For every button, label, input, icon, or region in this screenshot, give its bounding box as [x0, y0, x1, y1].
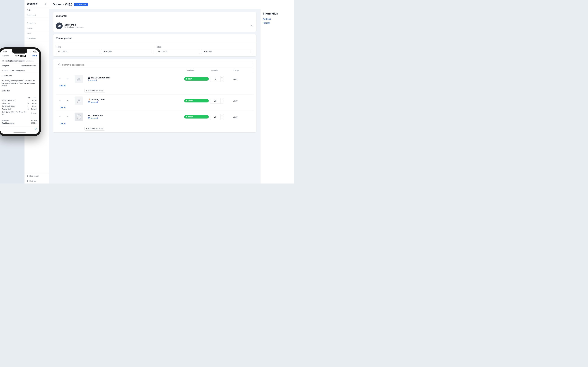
sidebar-strip-dashboard[interactable]: Dashboard [25, 13, 49, 18]
products-card: Available Quantity Charge [53, 59, 257, 133]
availability-badge-3: 80 left [184, 115, 209, 118]
customer-email: blake@company.com [64, 26, 83, 28]
products-card-body: Available Quantity Charge [53, 59, 257, 133]
product-row-main-2: ▾ [58, 95, 251, 110]
product-name-1: 🏕 10x10 Canopy Tent [88, 76, 183, 79]
info-panel-title: Information [263, 12, 292, 15]
info-link-project[interactable]: Project [263, 22, 292, 24]
product-row-extra-3: + Specify stock items [58, 127, 251, 133]
product-name-3: 🍽 China Plate [88, 114, 183, 117]
qty-control-3: 20 + − [210, 114, 224, 120]
drag-handle-3[interactable] [58, 115, 66, 118]
remove-customer-btn[interactable]: ✕ [250, 24, 253, 28]
qty-increment-1[interactable]: + [221, 76, 224, 79]
wifi-icon: ⌾ [33, 51, 34, 52]
breadcrumb-root[interactable]: Orders [53, 3, 62, 6]
rental-period-body: Pickup 12 - 09- 24 10:30 AM ▾ [53, 42, 257, 56]
phone-overlay-area: booqable ❮ Order Dashboard Customers In-… [0, 0, 49, 184]
logo-text: booqable [27, 2, 37, 5]
phone-screen: 10:46 ▐▐▐ ⌾ 29 Cancel New email Send [0, 49, 39, 134]
customer-card: Customer BM Blake Mills blake@company.co… [53, 12, 257, 32]
attachment-icon[interactable]: 📎 [34, 127, 37, 130]
email-cancel-btn[interactable]: Cancel [2, 55, 9, 57]
qty-decrement-2[interactable]: − [221, 101, 224, 104]
customer-card-body: BM Blake Mills blake@company.com ✕ [53, 20, 257, 32]
qty-increment-2[interactable]: + [221, 98, 224, 101]
drag-handle-2[interactable] [58, 99, 66, 102]
product-row-main-1: ▾ 🏕 [58, 73, 251, 89]
avail-dot-1 [186, 78, 187, 80]
phone-notch [12, 49, 27, 53]
product-thumb-1 [75, 75, 83, 83]
qty-btns-1: + − [220, 76, 224, 82]
chevron-down-icon-2: ▾ [251, 51, 251, 52]
customer-name: Blake Mills [64, 23, 83, 26]
pickup-date-input[interactable]: 12 - 09- 24 [56, 49, 100, 54]
availability-badge-2: 10 left [184, 99, 209, 102]
return-date-row: 13 - 09- 24 10:30 AM ▾ [156, 49, 253, 54]
info-link-address[interactable]: Address [263, 18, 292, 20]
email-body[interactable]: Hi Blake Mills, We hereby confirm your o… [0, 73, 39, 126]
product-name-area-2: 🪑 Folding Chair 20 reserved [88, 98, 183, 103]
col-charge: Charge [233, 69, 251, 71]
qty-value-3: 20 [210, 115, 220, 119]
col-available: Available [187, 69, 211, 71]
return-time-select[interactable]: 10:30 AM ▾ [201, 49, 253, 54]
avail-dot-2 [186, 100, 187, 101]
product-thumb-3 [75, 113, 83, 121]
specify-stock-btn-1[interactable]: + Specify stock items [84, 89, 105, 93]
search-icon [58, 63, 61, 66]
sidebar-strip-customers[interactable]: Customers [25, 21, 49, 26]
subject-value: Order confirmation [10, 69, 25, 72]
template-value-row[interactable]: Order confirmation › [21, 65, 37, 67]
sidebar-strip-order[interactable]: Order [25, 8, 49, 13]
email-additional-recipient[interactable]: Enter email [26, 60, 37, 62]
product-search-bar[interactable] [56, 62, 253, 68]
strip-settings[interactable]: ⚙ Settings [25, 178, 49, 184]
sidebar-strip-store[interactable]: Store [25, 31, 49, 36]
pickup-label: Pickup [56, 46, 153, 48]
expand-btn-3[interactable]: ▾ [67, 116, 73, 118]
email-order-title: Order 416 [2, 90, 37, 92]
sidebar-strip-calendar[interactable] [25, 18, 49, 21]
table-row: Crystal Cake Stand1$12.00 [2, 105, 37, 108]
return-date-input[interactable]: 13 - 09- 24 [156, 49, 200, 54]
duration-3: 1 day [233, 116, 251, 118]
product-thumb-2 [75, 97, 83, 105]
customer-row: BM Blake Mills blake@company.com ✕ [56, 23, 253, 29]
sidebar-strip-instore[interactable]: In-store [25, 26, 49, 31]
product-name-2: 🪑 Folding Chair [88, 98, 183, 101]
expand-btn-2[interactable]: ▾ [67, 100, 73, 102]
remove-recipient-icon[interactable]: ✕ [23, 60, 24, 62]
qty-btns-3: + − [220, 114, 224, 119]
pickup-time-select[interactable]: 10:30 AM ▾ [101, 49, 153, 54]
signal-icon: ▐▐▐ [29, 51, 32, 52]
sidebar-strip-operations[interactable]: Operations [25, 36, 49, 41]
strip-helpcenter[interactable]: ⚙ Help center [25, 173, 49, 178]
chevron-down-icon: ▾ [151, 51, 151, 52]
order-number: #416 [65, 2, 72, 6]
phone-shell: 10:46 ▐▐▐ ⌾ 29 Cancel New email Send [0, 47, 41, 136]
email-subject-row: Subject: Order confirmation [0, 68, 39, 73]
search-input[interactable] [62, 64, 251, 66]
qty-decrement-1[interactable]: − [221, 79, 224, 82]
product-name-area-3: 🍽 China Plate 20 reserved [88, 114, 183, 119]
email-send-btn[interactable]: Send [32, 55, 37, 57]
email-attach-row: 📎 [0, 126, 39, 131]
pickup-field: Pickup 12 - 09- 24 10:30 AM ▾ [56, 46, 153, 54]
main-content: Orders › #416 62 reserved Customer BM [49, 0, 294, 184]
expand-btn-1[interactable]: ▾ [67, 78, 73, 80]
specify-stock-btn-3[interactable]: + Specify stock items [84, 127, 105, 131]
return-field: Return 13 - 09- 24 10:30 AM ▾ [156, 46, 253, 54]
drag-handle-1[interactable] [58, 77, 66, 80]
qty-decrement-3[interactable]: − [221, 117, 224, 120]
product-reserved-2: 20 reserved [88, 101, 183, 103]
app-wrapper: booqable ❮ Order Dashboard Customers In-… [0, 0, 294, 184]
collapse-icon[interactable]: ❮ [45, 3, 47, 5]
email-order-table: Qty Price 10x10 Canopy Tent1$49.00 China… [2, 96, 37, 116]
qty-increment-3[interactable]: + [221, 114, 224, 117]
time-display: 10:46 [2, 50, 7, 53]
email-recipient-chip[interactable]: blake@company.com ✕ [5, 60, 25, 62]
product-reserved-1: 1 reserved [88, 79, 183, 81]
avail-dot-3 [186, 116, 187, 117]
